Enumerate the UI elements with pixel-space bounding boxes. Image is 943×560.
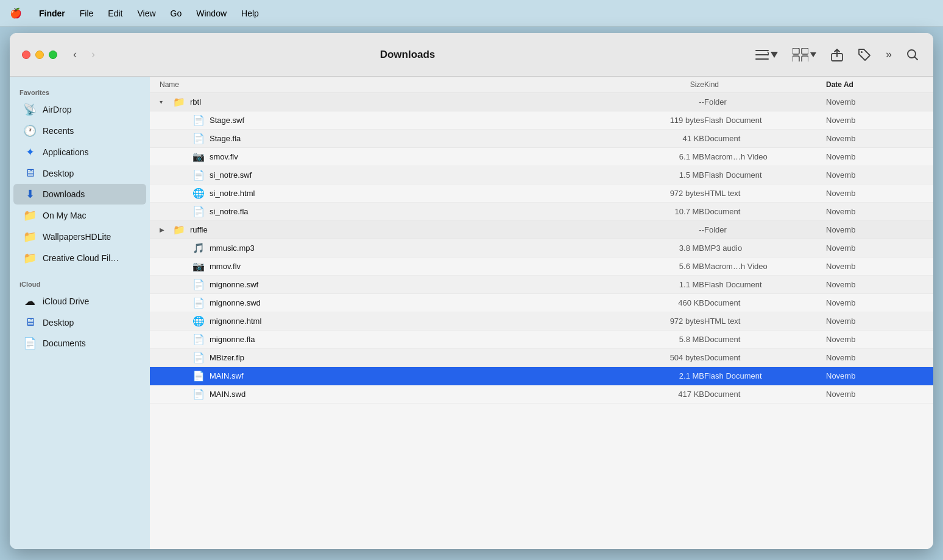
icloud-header: iCloud (10, 276, 150, 290)
sidebar-label-icloud-desktop: Desktop (43, 318, 74, 327)
svg-rect-6 (802, 56, 808, 61)
col-size[interactable]: Size (625, 80, 704, 89)
table-row[interactable]: 📄 MAIN.swf 2.1 MB Flash Document Novemb (150, 367, 933, 385)
icloud-drive-icon: ☁ (23, 295, 37, 308)
expand-arrow[interactable]: ▶ (160, 226, 168, 233)
traffic-lights (22, 51, 57, 59)
file-kind: Folder (704, 97, 826, 107)
table-row[interactable]: 🌐 mignonne.html 972 bytes HTML text Nove… (150, 312, 933, 331)
col-date[interactable]: Date Ad (826, 80, 924, 89)
table-row[interactable]: 📄 mignonne.fla 5.8 MB Document Novemb (150, 331, 933, 349)
close-button[interactable] (22, 51, 30, 59)
menu-edit[interactable]: Edit (108, 9, 122, 18)
file-name: si_notre.html (210, 189, 255, 198)
fla-icon: 📄 (192, 206, 205, 217)
menu-go[interactable]: Go (171, 9, 182, 18)
file-name-cell: 🌐 si_notre.html (160, 187, 625, 199)
sidebar-label-wallpapers: WallpapersHDLite (43, 232, 111, 242)
sidebar-item-applications[interactable]: ✦ Applications (13, 142, 146, 163)
sidebar-label-airdrop: AirDrop (43, 105, 71, 114)
file-name-cell: ▾ 📁 rbtl (160, 96, 625, 108)
table-row[interactable]: 📄 mignonne.swd 460 KB Document Novemb (150, 294, 933, 312)
file-size: -- (625, 97, 704, 107)
table-row[interactable]: 🎵 mmusic.mp3 3.8 MB MP3 audio Novemb (150, 239, 933, 257)
list-view-button[interactable] (753, 47, 780, 63)
file-name-cell: 📄 si_notre.swf (160, 169, 625, 181)
sidebar-item-on-my-mac[interactable]: 📁 On My Mac (13, 205, 146, 226)
file-name: smov.flv (210, 152, 238, 161)
sidebar-label-creative-cloud: Creative Cloud Fil… (43, 253, 119, 263)
swf-icon: 📄 (192, 169, 205, 181)
window-content: Favorites 📡 AirDrop 🕐 Recents ✦ Applicat… (10, 77, 933, 549)
table-row[interactable]: 🌐 si_notre.html 972 bytes HTML text Nove… (150, 184, 933, 203)
table-row[interactable]: 📷 mmov.flv 5.6 MB Macrom…h Video Novemb (150, 257, 933, 276)
file-name: mignonne.fla (210, 335, 255, 344)
downloads-icon: ⬇ (23, 187, 37, 201)
sidebar-item-downloads[interactable]: ⬇ Downloads (13, 184, 146, 205)
sidebar-item-icloud-drive[interactable]: ☁ iCloud Drive (13, 291, 146, 312)
file-kind: Flash Document (704, 280, 826, 289)
table-row[interactable]: 📄 Stage.fla 41 KB Document Novemb (150, 130, 933, 148)
col-name[interactable]: Name (160, 80, 625, 89)
table-row[interactable]: 📄 MAIN.swd 417 KB Document Novemb (150, 385, 933, 404)
sidebar-item-recents[interactable]: 🕐 Recents (13, 121, 146, 141)
recents-icon: 🕐 (23, 124, 37, 138)
airdrop-icon: 📡 (23, 103, 37, 116)
table-row[interactable]: 📄 si_notre.swf 1.5 MB Flash Document Nov… (150, 166, 933, 184)
svg-rect-0 (755, 50, 769, 51)
sidebar-label-icloud-drive: iCloud Drive (43, 296, 89, 306)
file-name-cell: 📄 Stage.swf (160, 114, 625, 126)
sidebar-item-icloud-desktop[interactable]: 🖥 Desktop (13, 312, 146, 332)
tag-button[interactable] (855, 46, 874, 64)
file-kind: Flash Document (704, 170, 826, 180)
file-date: Novemb (826, 134, 924, 143)
apple-menu-icon[interactable]: 🍎 (10, 7, 22, 19)
search-button[interactable] (904, 46, 921, 63)
sidebar-item-desktop[interactable]: 🖥 Desktop (13, 163, 146, 183)
toolbar-actions: » (753, 46, 921, 64)
file-size: 119 bytes (625, 116, 704, 125)
file-name-cell: 📄 mignonne.swf (160, 279, 625, 290)
table-row[interactable]: ▶ 📁 ruffle -- Folder Novemb (150, 221, 933, 239)
file-kind: Flash Document (704, 116, 826, 125)
table-row[interactable]: 📄 si_notre.fla 10.7 MB Document Novemb (150, 203, 933, 221)
html-icon: 🌐 (192, 315, 205, 327)
sidebar-item-wallpapers[interactable]: 📁 WallpapersHDLite (13, 226, 146, 247)
menu-view[interactable]: View (137, 9, 155, 18)
file-name-cell: 📷 smov.flv (160, 151, 625, 163)
file-date: Novemb (826, 371, 924, 380)
table-row[interactable]: 📷 smov.flv 6.1 MB Macrom…h Video Novemb (150, 148, 933, 166)
share-button[interactable] (828, 46, 846, 64)
file-kind: HTML text (704, 317, 826, 326)
sidebar-item-documents[interactable]: 📄 Documents (13, 333, 146, 354)
folder-title: Downloads (69, 49, 746, 61)
svg-rect-5 (793, 56, 799, 61)
sidebar-item-creative-cloud[interactable]: 📁 Creative Cloud Fil… (13, 248, 146, 268)
icloud-desktop-icon: 🖥 (23, 316, 37, 329)
file-date: Novemb (826, 189, 924, 198)
file-size: 972 bytes (625, 189, 704, 198)
file-size: 5.8 MB (625, 335, 704, 344)
col-kind[interactable]: Kind (704, 80, 826, 89)
file-name-cell: 📄 mignonne.swd (160, 297, 625, 309)
table-row[interactable]: 📄 MBizer.flp 504 bytes Document Novemb (150, 349, 933, 367)
more-button[interactable]: » (883, 46, 894, 63)
svg-rect-2 (755, 58, 769, 60)
grid-view-button[interactable] (790, 46, 819, 64)
menu-window[interactable]: Window (196, 9, 227, 18)
file-date: Novemb (826, 317, 924, 326)
expand-arrow[interactable]: ▾ (160, 99, 168, 105)
file-list: ▾ 📁 rbtl -- Folder Novemb 📄 Stage.swf (150, 93, 933, 549)
table-row[interactable]: 📄 Stage.swf 119 bytes Flash Document Nov… (150, 111, 933, 130)
file-name-cell: 📷 mmov.flv (160, 261, 625, 272)
menu-file[interactable]: File (80, 9, 94, 18)
minimize-button[interactable] (35, 51, 44, 59)
table-row[interactable]: ▾ 📁 rbtl -- Folder Novemb (150, 93, 933, 111)
menu-help[interactable]: Help (241, 9, 259, 18)
sidebar-item-airdrop[interactable]: 📡 AirDrop (13, 99, 146, 120)
sidebar-label-recents: Recents (43, 126, 74, 136)
maximize-button[interactable] (49, 51, 57, 59)
wallpapers-icon: 📁 (23, 230, 37, 243)
file-size: 10.7 MB (625, 207, 704, 216)
table-row[interactable]: 📄 mignonne.swf 1.1 MB Flash Document Nov… (150, 276, 933, 294)
